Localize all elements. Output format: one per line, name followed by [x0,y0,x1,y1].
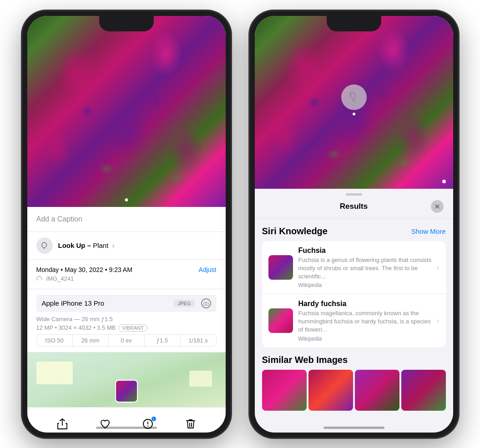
caption-area[interactable]: Add a Caption [27,207,226,232]
map-preview[interactable] [27,352,226,407]
filename-row: IMG_4241 [36,275,217,282]
device-section: Apple iPhone 13 Pro JPEG Wide Camera [27,289,226,352]
similar-title: Similar Web Images [262,355,446,365]
visual-lookup-dot [353,112,355,115]
exif-aperture: ƒ1.5 [145,335,181,346]
lookup-row[interactable]: Look Up – Plant › [27,232,226,260]
results-title: Results [340,202,368,211]
specs-row: 12 MP • 3024 × 4032 • 3.5 MB VIBRANT [36,324,217,332]
show-more-button[interactable]: Show More [411,227,446,235]
hardy-text: Hardy fuchsia Fuchsia magellanica, commo… [298,300,432,342]
notch-2 [327,16,381,31]
flower-overlay-1 [27,16,226,207]
results-panel: Results Siri Knowledge Show More [255,189,453,433]
lookup-text: Look Up – Plant › [58,242,115,249]
similar-image-4[interactable] [401,370,446,411]
lookup-chevron: › [112,242,115,249]
cloud-icon [36,275,44,282]
fuchsia-source: Wikipedia [298,282,432,288]
phone2-content: Results Siri Knowledge Show More [255,16,453,433]
filename: IMG_4241 [46,275,74,282]
jpeg-badge: JPEG [174,300,194,307]
similar-images-row [262,370,446,411]
results-content[interactable]: Siri Knowledge Show More Fuchsia Fuchsia… [255,219,453,433]
close-button[interactable] [431,200,444,213]
exif-shutter: 1/181 s [181,335,216,346]
fuchsia-name: Fuchsia [298,247,432,255]
visual-lookup-button[interactable] [341,84,367,110]
info-section: Monday • May 30, 2022 • 9:23 AM Adjust I… [27,260,226,289]
fuchsia-thumbnail [268,255,293,280]
camera-settings-icon[interactable] [201,298,211,308]
exif-iso: ISO 50 [37,335,73,346]
exif-focal: 26 mm [73,335,109,346]
results-header: Results [255,196,453,219]
hardy-thumbnail [268,308,293,333]
hardy-name: Hardy fuchsia [298,300,432,308]
knowledge-item-fuchsia[interactable]: Fuchsia Fuchsia is a genus of flowering … [262,241,446,295]
hardy-description: Fuchsia magellanica, commonly known as t… [298,309,432,334]
share-button[interactable] [52,414,72,433]
trash-button[interactable] [181,414,201,433]
notch-1 [99,16,154,31]
flower-photo-1[interactable] [27,16,226,207]
fuchsia-description: Fuchsia is a genus of flowering plants t… [298,256,432,281]
similar-image-3[interactable] [355,370,399,411]
home-indicator-1 [96,427,157,429]
phone-1: Add a Caption Look Up – Plant › [22,10,231,438]
hardy-source: Wikipedia [298,336,432,342]
fuchsia-chevron: › [437,263,439,272]
heart-button[interactable] [95,414,115,433]
knowledge-card: Fuchsia Fuchsia is a genus of flowering … [262,241,446,347]
similar-image-2[interactable] [308,370,353,411]
lookup-icon [36,237,53,254]
phone-1-screen: Add a Caption Look Up – Plant › [27,16,226,433]
device-name: Apple iPhone 13 Pro [42,299,105,307]
phone1-content: Add a Caption Look Up – Plant › [27,16,226,433]
siri-knowledge-title: Siri Knowledge [262,226,328,237]
date-row: Monday • May 30, 2022 • 9:23 AM Adjust [36,266,217,273]
vibrant-badge: VIBRANT [118,324,147,332]
home-indicator-2 [323,427,384,429]
phones-container: Add a Caption Look Up – Plant › [13,1,468,447]
flower-photo-2[interactable] [255,16,453,189]
siri-knowledge-header: Siri Knowledge Show More [262,226,446,237]
fuchsia-text: Fuchsia Fuchsia is a genus of flowering … [298,247,432,289]
device-row: Apple iPhone 13 Pro JPEG [36,295,217,312]
exif-row: ISO 50 26 mm 0 ev ƒ1.5 1/181 s [36,334,217,347]
phone-2: Results Siri Knowledge Show More [249,10,459,438]
adjust-button[interactable]: Adjust [199,266,217,273]
similar-section: Similar Web Images [262,355,446,411]
hardy-chevron: › [437,317,439,325]
camera-detail: Wide Camera — 26 mm ƒ1.5 [36,316,217,322]
svg-point-1 [205,303,207,305]
phone-2-screen: Results Siri Knowledge Show More [255,16,453,433]
exif-ev: 0 ev [109,335,145,346]
knowledge-item-hardy[interactable]: Hardy fuchsia Fuchsia magellanica, commo… [262,294,446,347]
caption-placeholder: Add a Caption [36,215,82,223]
similar-image-1[interactable] [262,370,307,411]
info-sparkle-button[interactable]: i [138,414,158,433]
date-text: Monday • May 30, 2022 • 9:23 AM [36,266,132,273]
